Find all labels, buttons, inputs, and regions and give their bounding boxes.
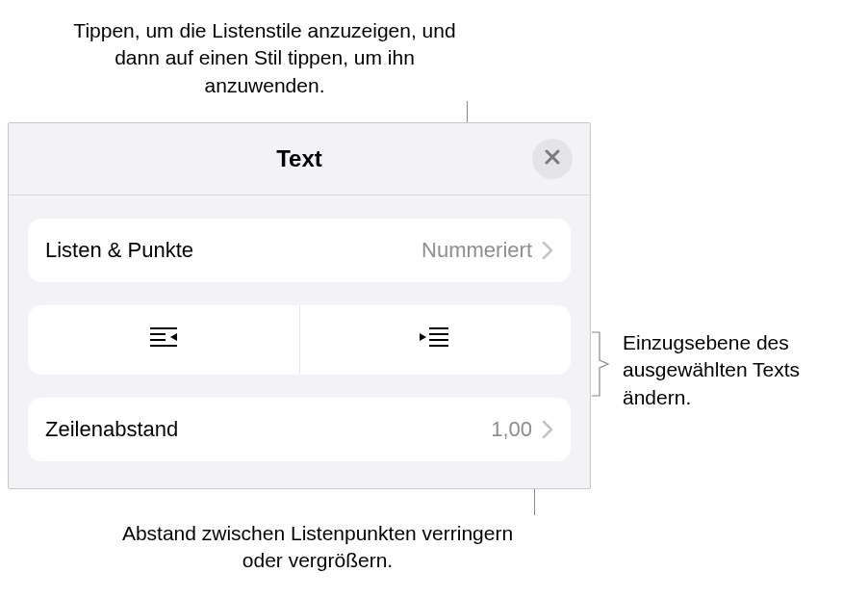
outdent-button[interactable] [28, 305, 300, 375]
line-spacing-label: Zeilenabstand [45, 417, 491, 442]
lists-bullets-row[interactable]: Listen & Punkte Nummeriert [28, 219, 571, 282]
text-format-panel: Text Listen & Punkte Nummeriert [8, 122, 591, 489]
lists-bullets-value: Nummeriert [421, 238, 532, 263]
callout-right: Einzugsebene des ausgewählten Texts ände… [623, 329, 854, 411]
panel-header: Text [9, 123, 590, 195]
callout-top: Tippen, um die Listenstile anzuzeigen, u… [67, 17, 462, 99]
line-spacing-value: 1,00 [491, 417, 532, 442]
close-button[interactable] [532, 139, 573, 179]
outdent-icon [144, 325, 183, 355]
indent-button[interactable] [300, 305, 572, 375]
panel-body: Listen & Punkte Nummeriert [9, 195, 590, 461]
callout-bracket [591, 331, 616, 397]
chevron-right-icon [542, 241, 553, 260]
lists-bullets-label: Listen & Punkte [45, 238, 421, 263]
panel-title: Text [276, 145, 322, 172]
line-spacing-row[interactable]: Zeilenabstand 1,00 [28, 398, 571, 461]
indent-controls [28, 305, 571, 375]
chevron-right-icon [542, 420, 553, 439]
callout-bottom: Abstand zwischen Listenpunkten verringer… [106, 520, 529, 575]
indent-icon [416, 325, 454, 355]
close-icon [544, 148, 561, 169]
